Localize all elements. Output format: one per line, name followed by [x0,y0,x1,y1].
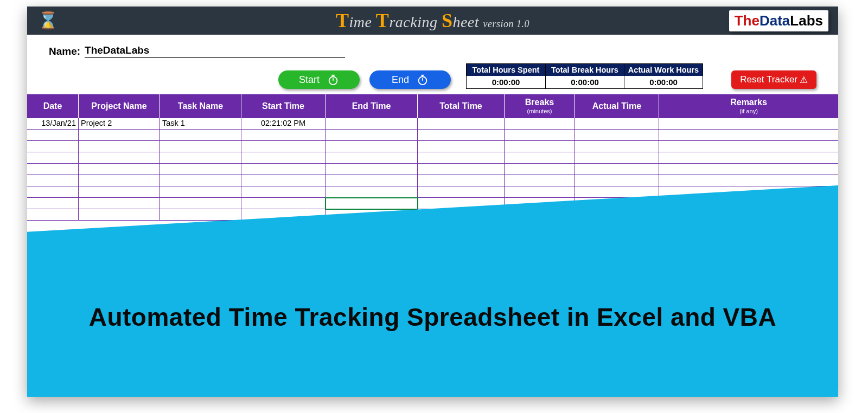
cell-task[interactable] [160,186,241,198]
table-row: 13/Jan/21Project 2Task 102:21:02 PM [27,118,838,130]
cell-remarks[interactable] [659,118,838,130]
cell-end[interactable] [326,198,418,209]
grid-header-row: Date Project Name Task Name Start Time E… [27,94,838,118]
table-row [27,152,838,164]
cell-start[interactable] [241,198,326,209]
summary-header: Actual Work Hours [624,64,703,76]
cell-end[interactable] [326,130,418,141]
cell-project[interactable] [79,164,160,175]
cell-task[interactable]: Task 1 [160,118,241,130]
cell-total[interactable] [418,152,505,164]
reset-button-label: Reset Tracker [740,74,797,85]
cell-total[interactable] [418,141,505,152]
cell-breaks[interactable] [505,152,575,164]
cell-breaks[interactable] [505,175,575,186]
cell-end[interactable] [326,152,418,164]
summary-value: 0:00:00 [624,76,703,88]
cell-task[interactable] [160,164,241,175]
cell-date[interactable] [27,209,79,221]
cell-actual[interactable] [575,175,659,186]
cell-total[interactable] [418,130,505,141]
cell-date[interactable] [27,186,79,198]
svg-point-4 [419,77,427,85]
app-title: Time Tracking Sheet version 1.0 [27,9,838,32]
reset-tracker-button[interactable]: Reset Tracker ⚠ [731,70,816,89]
cell-total[interactable] [418,118,505,130]
name-label: Name: [49,46,80,57]
cell-start[interactable] [241,130,326,141]
cell-remarks[interactable] [659,164,838,175]
cell-project[interactable] [79,186,160,198]
cell-task[interactable] [160,130,241,141]
table-row [27,175,838,186]
cell-breaks[interactable] [505,164,575,175]
cell-start[interactable] [241,152,326,164]
cell-project[interactable]: Project 2 [79,118,160,130]
cell-end[interactable] [326,164,418,175]
cell-remarks[interactable] [659,175,838,186]
cell-project[interactable] [79,130,160,141]
cell-task[interactable] [160,152,241,164]
col-remarks: Remarks(if any) [659,94,838,118]
cell-task[interactable] [160,209,241,221]
cell-project[interactable] [79,209,160,221]
cell-project[interactable] [79,152,160,164]
cell-end[interactable] [326,141,418,152]
cell-task[interactable] [160,175,241,186]
cell-breaks[interactable] [505,130,575,141]
end-button-label: End [392,74,409,86]
cell-actual[interactable] [575,118,659,130]
cell-start[interactable] [241,164,326,175]
cell-date[interactable] [27,130,79,141]
warning-icon: ⚠ [800,74,808,86]
stopwatch-icon [417,74,429,86]
cell-project[interactable] [79,198,160,209]
cell-total[interactable] [418,175,505,186]
end-button[interactable]: End [369,70,451,89]
start-button[interactable]: Start [278,70,360,89]
cell-start[interactable] [241,175,326,186]
cell-end[interactable] [326,175,418,186]
cell-task[interactable] [160,141,241,152]
cell-end[interactable] [326,186,418,198]
col-task: Task Name [160,94,241,118]
cell-actual[interactable] [575,164,659,175]
cell-actual[interactable] [575,141,659,152]
name-input[interactable]: TheDataLabs [85,44,345,58]
cell-start[interactable] [241,186,326,198]
table-row [27,130,838,141]
cell-remarks[interactable] [659,141,838,152]
cell-date[interactable] [27,152,79,164]
cell-date[interactable] [27,164,79,175]
cell-actual[interactable] [575,186,659,198]
table-row [27,164,838,175]
svg-point-0 [329,77,337,85]
cell-total[interactable] [418,186,505,198]
cell-remarks[interactable] [659,130,838,141]
cell-total[interactable] [418,164,505,175]
col-actual: Actual Time [575,94,659,118]
cell-end[interactable] [326,118,418,130]
cell-actual[interactable] [575,152,659,164]
cell-project[interactable] [79,175,160,186]
brand-logo: TheDataLabs [729,10,828,31]
cell-date[interactable] [27,141,79,152]
cell-actual[interactable] [575,130,659,141]
cell-breaks[interactable] [505,118,575,130]
cell-breaks[interactable] [505,186,575,198]
summary-value: 0:00:00 [467,76,545,88]
summary-header: Total Hours Spent [467,64,545,76]
hourglass-icon: ⌛ [38,12,58,29]
cell-date[interactable] [27,175,79,186]
cell-project[interactable] [79,141,160,152]
cell-start[interactable] [241,141,326,152]
cell-start[interactable]: 02:21:02 PM [241,118,326,130]
cell-remarks[interactable] [659,152,838,164]
cell-date[interactable] [27,198,79,209]
col-start: Start Time [241,94,326,118]
cell-task[interactable] [160,198,241,209]
summary-table: Total Hours Spent 0:00:00 Total Break Ho… [466,63,703,89]
cell-breaks[interactable] [505,141,575,152]
col-project: Project Name [79,94,160,118]
cell-date[interactable]: 13/Jan/21 [27,118,79,130]
